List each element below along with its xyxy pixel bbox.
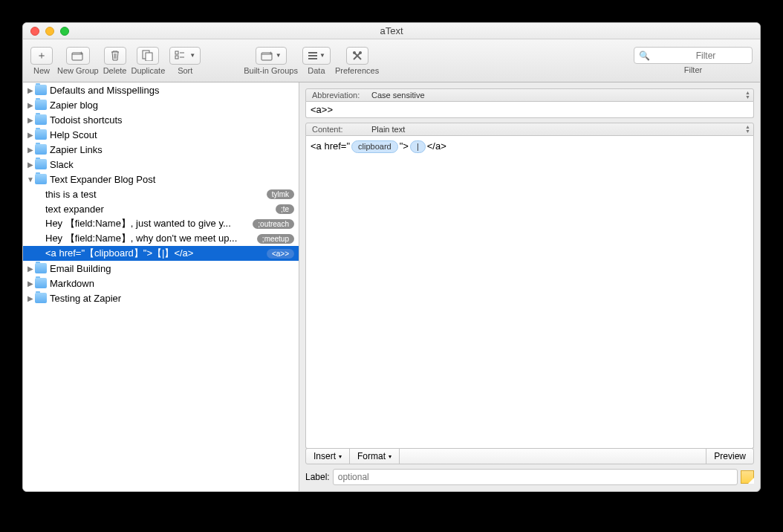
insert-button[interactable]: Insert▾ xyxy=(306,449,350,464)
duplicate-label: Duplicate xyxy=(131,66,165,75)
search-icon: 🔍 xyxy=(639,51,650,61)
abbr-pill: <a>> xyxy=(267,249,294,259)
group-row[interactable]: ▶Todoist shortcuts xyxy=(23,112,299,127)
new-group-label: New Group xyxy=(57,66,99,75)
format-button[interactable]: Format▾ xyxy=(350,449,400,464)
disclosure-right-icon[interactable]: ▶ xyxy=(26,86,35,94)
group-row[interactable]: ▶Slack xyxy=(23,157,299,172)
folder-plus-icon: + xyxy=(71,51,85,61)
duplicate-button[interactable] xyxy=(137,47,159,65)
snippet-row-selected[interactable]: <a href="【clipboard】">【|】</a><a>> xyxy=(23,246,299,261)
disclosure-right-icon[interactable]: ▶ xyxy=(26,265,35,273)
stepper-icon[interactable]: ▲▼ xyxy=(745,91,750,100)
content-header[interactable]: Content: Plain text ▲▼ xyxy=(305,123,754,136)
chevron-down-icon: ▼ xyxy=(189,52,195,59)
snippet-row[interactable]: Hey 【field:Name】, just wanted to give y.… xyxy=(23,216,299,231)
preferences-label: Preferences xyxy=(335,66,379,75)
abbr-pill: ;meetup xyxy=(257,234,294,244)
delete-button[interactable] xyxy=(104,47,126,65)
tools-icon xyxy=(351,50,363,62)
folder-icon xyxy=(35,174,47,184)
sidebar: ▶Defaults and Misspellings ▶Zapier blog … xyxy=(23,82,299,491)
chevron-down-icon: ▾ xyxy=(389,453,392,460)
disclosure-right-icon[interactable]: ▶ xyxy=(26,101,35,109)
abbr-pill: ;te xyxy=(276,204,294,214)
disclosure-down-icon[interactable]: ▼ xyxy=(26,175,35,184)
svg-point-8 xyxy=(353,51,356,54)
abbr-pill: ;outreach xyxy=(253,219,294,229)
svg-text:+: + xyxy=(269,51,273,56)
abbreviation-input[interactable]: <a>> xyxy=(305,102,754,118)
group-row[interactable]: ▶Defaults and Misspellings xyxy=(23,82,299,97)
sort-icon xyxy=(175,51,188,60)
folder-icon xyxy=(35,278,47,288)
folder-icon xyxy=(35,100,47,110)
new-button[interactable]: ＋ xyxy=(30,47,53,65)
sort-label: Sort xyxy=(178,66,192,75)
label-label: Label: xyxy=(305,472,330,482)
builtin-groups-label: Built-in Groups xyxy=(244,66,298,75)
svg-rect-3 xyxy=(146,53,152,61)
snippet-row[interactable]: Hey 【field:Name】, why don't we meet up..… xyxy=(23,231,299,246)
filter-label: Filter xyxy=(684,65,702,74)
disclosure-right-icon[interactable]: ▶ xyxy=(26,116,35,124)
folder-icon xyxy=(35,129,47,140)
disclosure-right-icon[interactable]: ▶ xyxy=(26,160,35,169)
note-icon[interactable] xyxy=(741,470,754,484)
folder-icon xyxy=(35,85,47,95)
label-input[interactable] xyxy=(333,469,738,485)
disclosure-right-icon[interactable]: ▶ xyxy=(26,131,35,139)
group-row[interactable]: ▼Text Expander Blog Post xyxy=(23,172,299,186)
disclosure-right-icon[interactable]: ▶ xyxy=(26,279,35,288)
content-label: Content: xyxy=(312,125,371,134)
clipboard-token[interactable]: clipboard xyxy=(351,140,398,153)
plus-icon: ＋ xyxy=(36,49,47,62)
preferences-button[interactable] xyxy=(346,47,368,65)
content-editor[interactable]: <a href=" clipboard "> | </a> xyxy=(305,136,754,449)
content-mode[interactable]: Plain text xyxy=(371,125,405,134)
svg-rect-5 xyxy=(175,56,178,59)
new-label: New xyxy=(33,66,50,75)
data-button[interactable]: ▼ xyxy=(302,47,331,65)
disclosure-right-icon[interactable]: ▶ xyxy=(26,146,35,154)
chevron-down-icon: ▼ xyxy=(276,52,282,59)
delete-label: Delete xyxy=(103,66,127,75)
filter-input[interactable] xyxy=(650,51,761,61)
new-group-button[interactable]: + xyxy=(66,47,90,65)
snippet-row[interactable]: this is a testtylmk xyxy=(23,186,299,201)
preview-button[interactable]: Preview xyxy=(706,449,753,464)
svg-point-9 xyxy=(359,51,362,54)
group-row[interactable]: ▶Markdown xyxy=(23,276,299,291)
group-row[interactable]: ▶Zapier Links xyxy=(23,142,299,157)
group-row[interactable]: ▶Email Building xyxy=(23,261,299,276)
duplicate-icon xyxy=(142,50,154,61)
abbreviation-label: Abbreviation: xyxy=(312,91,371,100)
sort-button[interactable]: ▼ xyxy=(169,47,201,65)
builtin-groups-button[interactable]: +▼ xyxy=(256,47,287,65)
filter-search[interactable]: 🔍 xyxy=(634,47,753,64)
folder-icon xyxy=(35,114,47,125)
folder-icon xyxy=(35,159,47,169)
abbreviation-header[interactable]: Abbreviation: Case sensitive ▲▼ xyxy=(305,88,754,102)
chevron-down-icon: ▼ xyxy=(319,52,325,59)
titlebar: aText xyxy=(23,23,760,39)
list-icon xyxy=(308,51,318,60)
stepper-icon[interactable]: ▲▼ xyxy=(745,125,750,134)
window-title: aText xyxy=(23,25,760,36)
editor-pane: Abbreviation: Case sensitive ▲▼ <a>> Con… xyxy=(299,82,760,491)
svg-text:+: + xyxy=(79,51,83,56)
folder-icon xyxy=(35,144,47,155)
abbreviation-mode[interactable]: Case sensitive xyxy=(371,91,425,100)
folder-plus-icon: + xyxy=(261,51,274,61)
disclosure-right-icon[interactable]: ▶ xyxy=(26,294,35,302)
snippet-row[interactable]: text expander;te xyxy=(23,201,299,216)
chevron-down-icon: ▾ xyxy=(339,453,342,460)
cursor-token[interactable]: | xyxy=(410,140,426,153)
group-row[interactable]: ▶Zapier blog xyxy=(23,97,299,112)
trash-icon xyxy=(110,50,120,61)
group-row[interactable]: ▶Testing at Zapier xyxy=(23,291,299,305)
app-window: aText ＋ New + New Group Delete Duplicate… xyxy=(22,22,761,492)
toolbar: ＋ New + New Group Delete Duplicate ▼ Sor… xyxy=(23,39,760,82)
data-label: Data xyxy=(308,66,325,75)
group-row[interactable]: ▶Help Scout xyxy=(23,127,299,142)
